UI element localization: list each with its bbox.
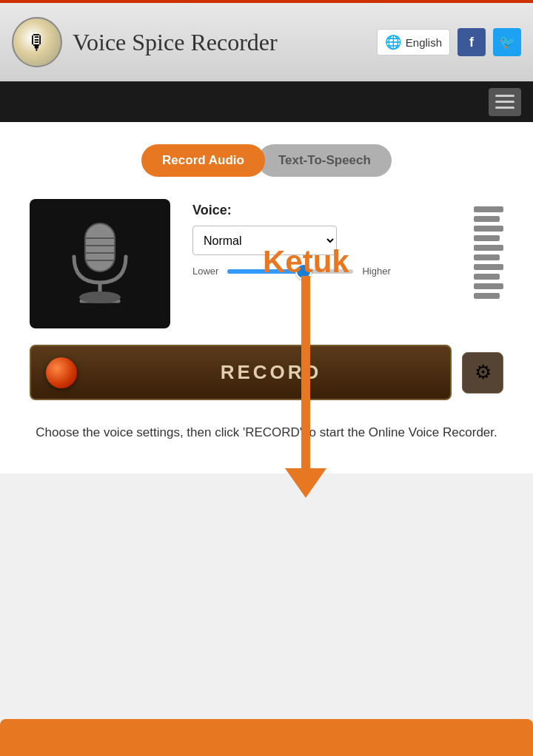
facebook-icon: f [469,35,474,50]
top-bar: 🎙 Voice Spice Recorder 🌐 English f 🐦 [0,0,533,81]
hamburger-line-3 [495,107,514,109]
pitch-slider[interactable] [227,269,353,274]
hamburger-line-1 [495,95,514,97]
hamburger-menu-button[interactable] [489,88,521,116]
record-button-label: RECORD [92,361,450,384]
svg-rect-0 [85,223,115,271]
vol-bar-7 [474,264,503,270]
globe-icon: 🌐 [385,34,401,50]
vol-bar-3 [474,226,503,232]
vol-bar-1 [474,206,503,212]
svg-point-7 [79,291,121,303]
facebook-button[interactable]: f [457,28,486,56]
app-logo: 🎙 [12,17,62,67]
mic-box [30,199,170,328]
tab-text-to-speech[interactable]: Text-To-Speech [258,144,392,177]
voice-select[interactable]: Normal High Pitch Low Pitch Echo Robot [192,226,337,255]
vol-bar-2 [474,216,500,222]
page-wrapper: 🎙 Voice Spice Recorder 🌐 English f 🐦 [0,0,533,473]
logo-icon: 🎙 [27,30,47,55]
record-button-row: RECORD ⚙ [30,345,503,400]
volume-bars [474,199,503,299]
vol-bar-10 [474,293,500,299]
vol-bar-9 [474,283,503,289]
main-content: Record Audio Text-To-Speech [0,122,533,473]
content-section: Ketuk Record Audio Text-To-Speech [0,122,533,473]
language-label: English [406,36,442,49]
vol-bar-6 [474,254,500,260]
recorder-section: Voice: Normal High Pitch Low Pitch Echo … [30,199,503,328]
description-text: Choose the voice settings, then click 'R… [30,422,503,444]
twitter-icon: 🐦 [499,34,515,50]
language-button[interactable]: 🌐 English [377,29,450,55]
twitter-button[interactable]: 🐦 [493,28,521,56]
top-right-controls: 🌐 English f 🐦 [377,28,521,56]
tab-record-audio[interactable]: Record Audio [141,144,265,177]
record-button[interactable]: RECORD [30,345,452,400]
pitch-row: Lower Higher [192,266,503,277]
app-title: Voice Spice Recorder [73,29,377,56]
nav-bar [0,81,533,122]
bottom-bar-hint [0,719,533,756]
pitch-lower-label: Lower [192,266,218,277]
tab-record-audio-label: Record Audio [162,153,244,167]
vol-bar-8 [474,274,500,280]
vol-bar-4 [474,235,500,241]
pitch-higher-label: Higher [362,266,390,277]
tabs-row: Record Audio Text-To-Speech [30,144,503,177]
hamburger-line-2 [495,101,514,103]
microphone-icon [59,216,141,312]
voice-label: Voice: [192,203,503,218]
settings-button[interactable]: ⚙ [462,352,503,394]
vol-bar-5 [474,245,503,251]
record-indicator [46,357,77,388]
controls-area: Voice: Normal High Pitch Low Pitch Echo … [192,199,503,277]
settings-icon: ⚙ [475,361,492,384]
tab-text-to-speech-label: Text-To-Speech [278,153,371,167]
